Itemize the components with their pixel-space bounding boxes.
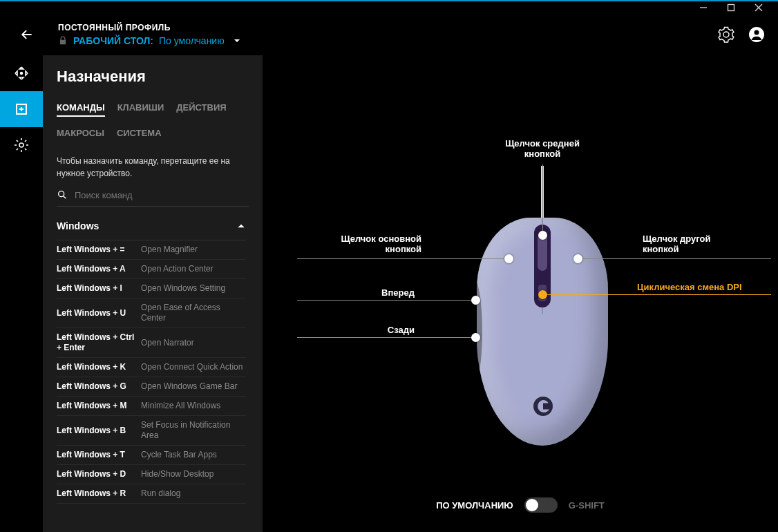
command-key: Left Windows + = bbox=[57, 245, 141, 255]
search-row bbox=[57, 189, 249, 207]
command-key: Left Windows + Ctrl + Enter bbox=[57, 332, 141, 353]
group-title: Windows bbox=[57, 220, 99, 231]
gshift-toggle-row: ПО УМОЛЧАНИЮ G-SHIFT bbox=[263, 497, 778, 513]
command-row[interactable]: Left Windows + UOpen Ease of Access Cent… bbox=[57, 298, 246, 328]
svg-point-6 bbox=[755, 30, 759, 35]
assignments-panel: Назначения КОМАНДЫ КЛАВИШИ ДЕЙСТВИЯ МАКР… bbox=[43, 55, 263, 532]
gshift-switch[interactable] bbox=[524, 497, 558, 513]
window-maximize-button[interactable] bbox=[717, 1, 745, 14]
callout-forward[interactable]: Вперед bbox=[304, 287, 415, 298]
command-key: Left Windows + U bbox=[57, 308, 141, 319]
callout-primary-click[interactable]: Щелчок основной кнопкой bbox=[297, 234, 421, 254]
command-key: Left Windows + D bbox=[57, 469, 141, 479]
command-row[interactable]: Left Windows + =Open Magnifier bbox=[57, 240, 246, 260]
command-row[interactable]: Left Windows + KOpen Connect Quick Actio… bbox=[57, 358, 246, 377]
command-desc: Open Windows Game Bar bbox=[141, 381, 246, 392]
account-button[interactable] bbox=[748, 26, 766, 44]
command-key: Left Windows + B bbox=[57, 426, 141, 436]
callout-middle-click[interactable]: Щелчок средней кнопкой bbox=[484, 138, 601, 159]
profile-selector[interactable]: РАБОЧИЙ СТОЛ: По умолчанию bbox=[58, 35, 717, 46]
svg-line-19 bbox=[25, 140, 26, 142]
command-key: Left Windows + K bbox=[57, 362, 141, 372]
command-desc: Run dialog bbox=[141, 488, 246, 499]
callout-back[interactable]: Сзади bbox=[304, 325, 415, 335]
svg-line-18 bbox=[17, 149, 18, 150]
gear-icon bbox=[718, 26, 734, 43]
command-row[interactable]: Left Windows + Ctrl + EnterOpen Narrator bbox=[57, 328, 246, 358]
tab-actions[interactable]: ДЕЙСТВИЯ bbox=[176, 102, 226, 117]
command-key: Left Windows + M bbox=[57, 401, 141, 411]
dot-forward bbox=[471, 296, 480, 305]
svg-rect-1 bbox=[728, 5, 734, 11]
command-row[interactable]: Left Windows + DHide/Show Desktop bbox=[57, 465, 246, 484]
app-header: ПОСТОЯННЫЙ ПРОФИЛЬ РАБОЧИЙ СТОЛ: По умол… bbox=[0, 14, 778, 55]
command-key: Left Windows + A bbox=[57, 264, 141, 274]
command-key: Left Windows + R bbox=[57, 488, 141, 499]
chevron-up-icon bbox=[236, 221, 246, 231]
settings-button[interactable] bbox=[717, 26, 735, 44]
svg-line-16 bbox=[17, 140, 18, 142]
tab-keys[interactable]: КЛАВИШИ bbox=[117, 102, 164, 117]
svg-point-11 bbox=[19, 143, 23, 147]
command-row[interactable]: Left Windows + RRun dialog bbox=[57, 484, 246, 504]
command-row[interactable]: Left Windows + TCycle Task Bar Apps bbox=[57, 446, 246, 465]
toggle-label-default: ПО УМОЛЧАНИЮ bbox=[436, 500, 513, 511]
window-titlebar bbox=[0, 0, 778, 14]
chevron-down-icon bbox=[233, 37, 241, 45]
command-desc: Set Focus in Notification Area bbox=[141, 420, 246, 441]
dot-primary bbox=[504, 254, 513, 263]
window-minimize-button[interactable] bbox=[690, 1, 717, 14]
dot-dpi bbox=[538, 290, 547, 299]
command-row[interactable]: Left Windows + GOpen Windows Game Bar bbox=[57, 377, 246, 397]
command-desc: Minimize All Windows bbox=[141, 401, 246, 411]
command-desc: Open Connect Quick Action bbox=[141, 362, 246, 372]
rail-item-lighting[interactable] bbox=[0, 127, 43, 163]
user-icon bbox=[748, 26, 765, 43]
command-row[interactable]: Left Windows + IOpen Windows Setting bbox=[57, 279, 246, 298]
command-desc: Open Ease of Access Center bbox=[141, 303, 246, 323]
svg-line-21 bbox=[64, 196, 66, 199]
main-area: Назначения КОМАНДЫ КЛАВИШИ ДЕЙСТВИЯ МАКР… bbox=[0, 55, 778, 532]
command-row[interactable]: Left Windows + MMinimize All Windows bbox=[57, 397, 246, 416]
search-icon bbox=[57, 189, 68, 200]
tab-macros[interactable]: МАКРОСЫ bbox=[57, 128, 104, 141]
command-desc: Open Windows Setting bbox=[141, 283, 246, 294]
g-logo bbox=[531, 394, 556, 419]
desktop-value: По умолчанию bbox=[159, 35, 225, 46]
command-desc: Cycle Task Bar Apps bbox=[141, 450, 246, 460]
callout-secondary-click[interactable]: Щелчок другой кнопкой bbox=[643, 234, 774, 254]
command-list[interactable]: Windows Left Windows + =Open MagnifierLe… bbox=[57, 213, 249, 532]
dot-back bbox=[471, 333, 480, 342]
rail-item-assignments[interactable] bbox=[0, 91, 43, 127]
callout-dpi-cycle[interactable]: Циклическая смена DPI bbox=[637, 282, 742, 292]
command-row[interactable]: Left Windows + BSet Focus in Notificatio… bbox=[57, 416, 246, 446]
command-row[interactable]: Left Windows + AOpen Action Center bbox=[57, 260, 246, 279]
command-key: Left Windows + T bbox=[57, 450, 141, 460]
profile-label: ПОСТОЯННЫЙ ПРОФИЛЬ bbox=[58, 23, 717, 32]
left-icon-rail bbox=[0, 55, 43, 532]
device-viewport: Щелчок средней кнопкой Щелчок основной к… bbox=[263, 55, 778, 532]
command-desc: Open Action Center bbox=[141, 264, 246, 274]
command-desc: Hide/Show Desktop bbox=[141, 469, 246, 479]
tab-commands[interactable]: КОМАНДЫ bbox=[57, 102, 105, 117]
lock-icon bbox=[58, 36, 68, 46]
svg-point-20 bbox=[59, 191, 64, 197]
dot-middle bbox=[538, 231, 547, 240]
window-close-button[interactable] bbox=[745, 1, 772, 14]
svg-line-17 bbox=[25, 149, 26, 150]
command-key: Left Windows + I bbox=[57, 283, 141, 294]
panel-hint: Чтобы назначить команду, перетащите ее н… bbox=[57, 155, 249, 180]
back-button[interactable] bbox=[17, 24, 37, 45]
desktop-label: РАБОЧИЙ СТОЛ: bbox=[73, 35, 153, 46]
svg-point-7 bbox=[21, 73, 23, 75]
toggle-label-gshift: G-SHIFT bbox=[569, 500, 605, 511]
panel-tabs: КОМАНДЫ КЛАВИШИ ДЕЙСТВИЯ МАКРОСЫ СИСТЕМА bbox=[57, 102, 249, 141]
search-input[interactable] bbox=[75, 190, 249, 200]
tab-system[interactable]: СИСТЕМА bbox=[117, 128, 162, 141]
group-header-windows[interactable]: Windows bbox=[57, 213, 246, 240]
mouse-area: Щелчок средней кнопкой Щелчок основной к… bbox=[263, 55, 778, 477]
command-desc: Open Magnifier bbox=[141, 245, 246, 255]
command-desc: Open Narrator bbox=[141, 338, 246, 348]
rail-item-sensitivity[interactable] bbox=[0, 55, 43, 91]
panel-title: Назначения bbox=[57, 68, 249, 86]
